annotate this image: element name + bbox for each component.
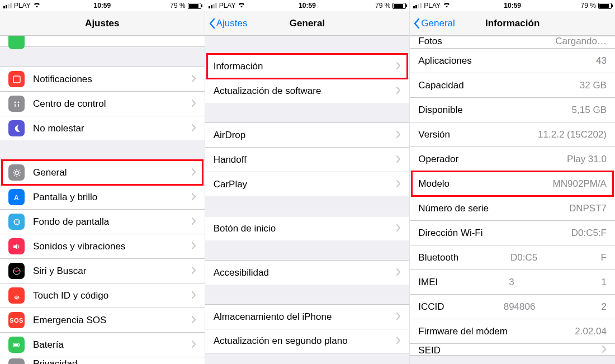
touchid-icon: [8, 287, 25, 304]
svg-rect-14: [19, 344, 20, 346]
screen-about: PLAY 10:59 79 % General Información Foto…: [410, 0, 615, 364]
row-label: CarPlay: [214, 179, 247, 190]
list-item[interactable]: Siri y Buscar: [0, 258, 205, 283]
chevron-right-icon: [602, 345, 607, 355]
list-item[interactable]: Centro de control: [0, 91, 205, 116]
back-button[interactable]: General: [413, 18, 455, 29]
list-item[interactable]: General: [0, 160, 205, 185]
wallpaper-icon: [8, 214, 25, 230]
row-label: Batería: [33, 339, 64, 351]
chevron-right-icon: [192, 266, 196, 276]
svg-point-2: [17, 101, 19, 103]
sos-icon: SOS: [8, 312, 25, 328]
list-item[interactable]: [0, 36, 205, 47]
row-label: Modelo: [418, 178, 450, 190]
list-item[interactable]: CarPlay: [205, 172, 410, 196]
nav-title: Información: [485, 18, 540, 29]
list-item[interactable]: Botón de inicio: [205, 216, 410, 240]
nav-bar: Ajustes General: [205, 11, 410, 36]
chevron-right-icon: [396, 268, 401, 278]
list-item[interactable]: SOSEmergencia SOS: [0, 308, 205, 332]
row-label: Botón de inicio: [214, 223, 276, 234]
svg-point-9: [18, 221, 19, 223]
list-item[interactable]: APantalla y brillo: [0, 185, 205, 209]
row-label: Aplicaciones: [418, 55, 471, 67]
chevron-left-icon: [209, 18, 215, 29]
row-label: Dirección Wi-Fi: [418, 228, 482, 239]
svg-point-10: [16, 223, 17, 224]
info-row: ModeloMN902PM/A: [410, 171, 615, 196]
row-value: D0:C5 F: [510, 252, 607, 263]
row-label: IMEI: [418, 277, 438, 288]
list-item[interactable]: Handoff: [205, 147, 410, 172]
chevron-right-icon: [192, 315, 196, 325]
row-label: Sonidos y vibraciones: [33, 241, 125, 252]
chevron-right-icon: [396, 155, 401, 165]
list-item[interactable]: Touch ID y código: [0, 283, 205, 308]
row-value: Cargando…: [555, 36, 607, 47]
info-row: Aplicaciones43: [410, 48, 615, 73]
row-label: Pantalla y brillo: [33, 192, 97, 203]
chevron-right-icon: [192, 124, 196, 134]
list-item[interactable]: Notificaciones: [0, 67, 205, 91]
status-bar: PLAY 10:59 79 %: [0, 0, 205, 11]
row-label: SEID: [418, 345, 441, 356]
row-value: MN902PM/A: [553, 178, 607, 190]
list-item[interactable]: No molestar: [0, 116, 205, 140]
list-item[interactable]: Información: [205, 54, 410, 78]
back-button[interactable]: Ajustes: [209, 18, 248, 29]
row-label: Fotos: [418, 36, 442, 47]
list-item[interactable]: Accesibilidad: [205, 260, 410, 285]
battery-icon: [8, 337, 25, 353]
highlight-box: [1, 159, 204, 186]
row-label: Handoff: [214, 154, 247, 166]
info-row: Número de serieDNPST7: [410, 196, 615, 220]
info-row: Firmware del módem2.02.04: [410, 319, 615, 343]
info-row: FotosCargando…: [410, 36, 615, 48]
list-item[interactable]: Actualización de software: [205, 78, 410, 103]
info-row: ICCID894806 2: [410, 294, 615, 319]
general-icon: [8, 164, 25, 181]
list-item[interactable]: Sonidos y vibraciones: [0, 234, 205, 258]
row-label: Actualización en segundo plano: [214, 335, 348, 347]
chevron-right-icon: [396, 312, 401, 322]
svg-point-12: [13, 268, 20, 275]
general-list[interactable]: InformaciónActualización de softwareAirD…: [205, 36, 410, 364]
row-label: Capacidad: [418, 80, 463, 91]
list-item[interactable]: Almacenamiento del iPhone: [205, 304, 410, 329]
chevron-right-icon: [396, 179, 401, 190]
nav-bar: General Información: [410, 11, 615, 36]
row-value: 894806 2: [504, 301, 607, 313]
row-label: Touch ID y código: [33, 290, 108, 301]
row-label: Emergencia SOS: [33, 315, 106, 326]
svg-rect-0: [13, 76, 20, 83]
screen-settings: PLAY 10:59 79 % Ajustes NotificacionesCe…: [0, 0, 205, 364]
screen-general: PLAY 10:59 79 % Ajustes General Informac…: [205, 0, 410, 364]
row-label: Disponible: [418, 105, 462, 116]
row-label: Bluetooth: [418, 252, 458, 263]
status-bar: PLAY 10:59 79 %: [410, 0, 615, 11]
dnd-icon: [8, 120, 25, 136]
row-value: 5,15 GB: [572, 105, 607, 116]
row-label: Fondo de pantalla: [33, 216, 109, 228]
info-row: BluetoothD0:C5 F: [410, 245, 615, 270]
list-item[interactable]: Actualización en segundo plano: [205, 329, 410, 353]
status-bar: PLAY 10:59 79 %: [205, 0, 410, 11]
info-row: Capacidad32 GB: [410, 73, 615, 97]
svg-point-1: [14, 101, 16, 103]
list-item[interactable]: Fondo de pantalla: [0, 209, 205, 234]
row-value: 3 1: [509, 277, 607, 288]
settings-list[interactable]: NotificacionesCentro de controlNo molest…: [0, 36, 205, 364]
siri-icon: [8, 263, 25, 279]
chevron-right-icon: [192, 291, 196, 301]
display-icon: A: [8, 189, 25, 205]
info-row[interactable]: SEID: [410, 343, 615, 356]
about-list[interactable]: FotosCargando…Aplicaciones43Capacidad32 …: [410, 36, 615, 364]
list-item[interactable]: AirDrop: [205, 122, 410, 147]
chevron-right-icon: [192, 192, 196, 202]
list-item[interactable]: Privacidad: [0, 357, 205, 364]
svg-text:A: A: [14, 194, 19, 202]
svg-point-5: [15, 171, 18, 174]
list-item[interactable]: Batería: [0, 332, 205, 357]
info-row: IMEI3 1: [410, 270, 615, 294]
